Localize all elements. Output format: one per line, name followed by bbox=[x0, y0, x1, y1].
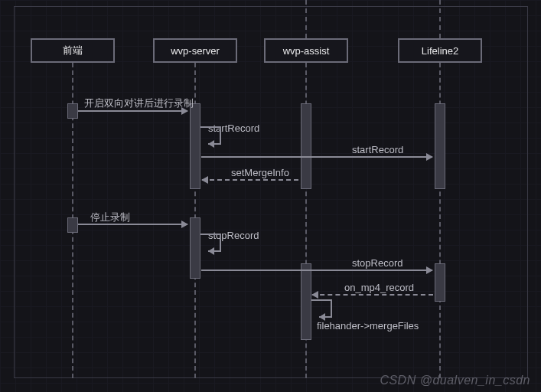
activation-bar bbox=[67, 103, 78, 119]
message-arrow bbox=[78, 224, 187, 225]
message-arrow bbox=[201, 270, 432, 271]
message-arrow bbox=[201, 156, 432, 158]
message-label: 开启双向对讲后进行录制 bbox=[84, 96, 194, 110]
activation-bar bbox=[435, 263, 445, 302]
message-label: setMergeInfo bbox=[231, 167, 289, 178]
activation-bar bbox=[190, 217, 200, 279]
self-message-arrow bbox=[200, 233, 231, 261]
message-label: filehander->mergeFiles bbox=[317, 320, 419, 332]
activation-bar bbox=[435, 103, 445, 189]
watermark-text: CSDN @dualven_in_csdn bbox=[380, 374, 530, 387]
participant-label: wvp-server bbox=[171, 45, 220, 57]
participant-wvp-assist: wvp-assist bbox=[264, 38, 348, 63]
participant-label: 前端 bbox=[63, 44, 83, 57]
svg-marker-1 bbox=[208, 247, 214, 255]
participant-frontend: 前端 bbox=[31, 38, 115, 63]
message-label: 停止录制 bbox=[90, 211, 130, 224]
message-label: on_mp4_record bbox=[344, 282, 414, 293]
lifeline-pre-dash bbox=[439, 0, 441, 38]
participant-label: Lifeline2 bbox=[422, 45, 458, 57]
participant-wvp-server: wvp-server bbox=[153, 38, 237, 63]
activation-bar bbox=[301, 103, 311, 189]
svg-marker-0 bbox=[208, 140, 214, 148]
self-message-arrow bbox=[200, 126, 231, 154]
participant-label: wvp-assist bbox=[283, 45, 330, 57]
participant-lifeline2: Lifeline2 bbox=[398, 38, 482, 63]
message-label: stopRecord bbox=[352, 257, 402, 269]
return-arrow bbox=[312, 294, 433, 296]
activation-bar bbox=[301, 263, 311, 340]
message-arrow bbox=[78, 110, 187, 112]
activation-bar bbox=[67, 217, 78, 233]
sequence-diagram: 前端 wvp-server wvp-assist Lifeline2 开启双向对… bbox=[0, 0, 541, 392]
lifeline-pre-dash bbox=[305, 0, 307, 38]
activation-bar bbox=[190, 103, 200, 189]
message-label: startRecord bbox=[352, 144, 403, 155]
return-arrow bbox=[202, 179, 298, 181]
